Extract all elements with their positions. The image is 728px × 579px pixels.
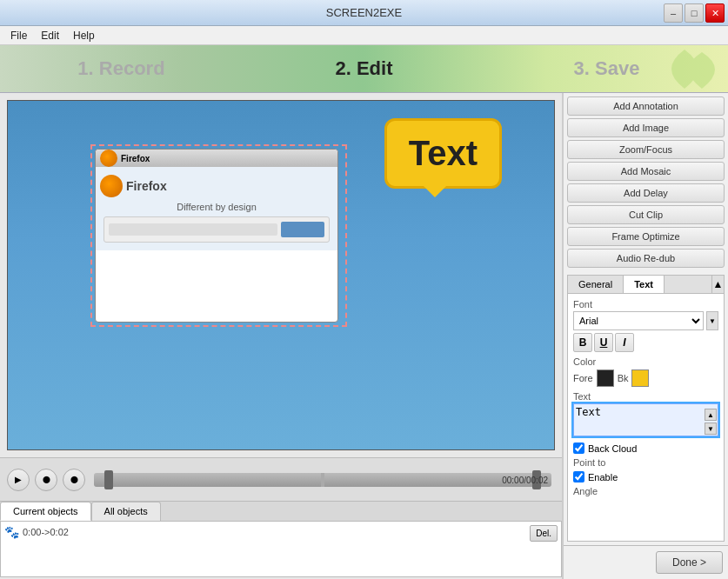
app-title: SCREEN2EXE: [326, 6, 402, 19]
bk-color-swatch[interactable]: [631, 369, 649, 387]
left-panel: Text Firefox Firefox Different by design: [0, 93, 563, 579]
browser-body: Firefox Different by design: [96, 167, 337, 250]
firefox-logo-icon: [100, 150, 117, 167]
font-select-row: Arial ▼: [573, 311, 718, 330]
timeline-track[interactable]: 00:00/00:02: [94, 473, 551, 487]
font-select[interactable]: Arial: [573, 311, 704, 330]
text-input[interactable]: Text: [573, 403, 718, 436]
text-bubble[interactable]: Text: [384, 118, 502, 189]
add-image-button[interactable]: Add Image: [567, 118, 725, 137]
enable-row: Enable: [573, 471, 718, 482]
action-buttons: Add Annotation Add Image Zoom/Focus Add …: [564, 93, 728, 271]
props-tabs: General Text ▲: [568, 276, 724, 294]
color-row: Color Fore Bk: [573, 356, 718, 387]
canvas-area: Text Firefox Firefox Different by design: [7, 100, 555, 450]
menu-help[interactable]: Help: [66, 28, 102, 43]
back-cloud-row: Back Cloud: [573, 443, 718, 454]
cut-clip-button[interactable]: Cut Clip: [567, 205, 725, 224]
step2-label[interactable]: 2. Edit: [243, 57, 485, 80]
object-tabs: Current objects All objects 🐾 0:00->0:02…: [0, 501, 562, 579]
font-row: Font Arial ▼ B U I: [573, 299, 718, 352]
enable-checkbox[interactable]: [573, 471, 584, 482]
window-controls: – □ ✕: [664, 3, 725, 23]
object-item: 🐾 0:00->0:02: [4, 525, 69, 539]
object-time-label: 0:00->0:02: [23, 527, 69, 537]
add-annotation-button[interactable]: Add Annotation: [567, 96, 725, 116]
timeline-area: ▶ ⬤ ⬤ 00:00/00:02: [0, 457, 562, 501]
step1-label[interactable]: 1. Record: [0, 57, 243, 80]
right-panel: Add Annotation Add Image Zoom/Focus Add …: [563, 93, 728, 579]
font-label: Font: [573, 299, 718, 309]
text-input-row: Text Text ▲ ▼: [573, 391, 718, 438]
titlebar: SCREEN2EXE – □ ✕: [0, 0, 728, 26]
maximize-button[interactable]: □: [685, 3, 704, 23]
enable-label: Enable: [588, 472, 618, 482]
color-row-inner: Fore Bk: [573, 369, 718, 387]
text-scroll-down[interactable]: ▼: [705, 423, 717, 435]
browser-titlebar: Firefox: [96, 150, 337, 167]
delete-button[interactable]: Del.: [530, 525, 558, 542]
object-icon: 🐾: [4, 525, 19, 539]
menubar: File Edit Help: [0, 26, 728, 45]
steps-header: 1. Record 2. Edit 3. Save: [0, 45, 728, 93]
frame-optimize-button[interactable]: Frame Optimize: [567, 227, 725, 246]
timeline-left-thumb[interactable]: [104, 470, 113, 489]
fore-color-swatch[interactable]: [597, 369, 614, 387]
props-content: Font Arial ▼ B U I Color: [568, 294, 724, 541]
firefox-label: Firefox: [126, 179, 167, 193]
italic-button[interactable]: I: [615, 333, 634, 352]
color-label: Color: [573, 356, 718, 367]
tab-content: 🐾 0:00->0:02 Del.: [0, 521, 562, 577]
point-to-label: Point to: [573, 457, 718, 468]
browser-window: Firefox Firefox Different by design: [95, 149, 338, 323]
end-marker-button[interactable]: ⬤: [63, 469, 85, 491]
done-area: Done >: [564, 545, 728, 579]
back-cloud-label: Back Cloud: [588, 443, 637, 454]
menu-edit[interactable]: Edit: [34, 28, 66, 43]
canvas-content: Text Firefox Firefox Different by design: [8, 101, 554, 449]
browser-title: Firefox: [121, 154, 150, 163]
add-mosaic-button[interactable]: Add Mosaic: [567, 162, 725, 181]
step3-label[interactable]: 3. Save: [485, 57, 728, 80]
angle-label: Angle: [573, 486, 718, 496]
browser-tagline: Different by design: [100, 202, 333, 212]
audio-redub-button[interactable]: Audio Re-dub: [567, 249, 725, 268]
underline-button[interactable]: U: [594, 333, 613, 352]
tabs-header: Current objects All objects: [0, 502, 562, 521]
font-style-buttons: B U I: [573, 333, 718, 352]
minimize-button[interactable]: –: [664, 3, 683, 23]
add-delay-button[interactable]: Add Delay: [567, 183, 725, 203]
text-scroll-up[interactable]: ▲: [705, 409, 717, 421]
props-panel: General Text ▲ Font Arial ▼ B: [567, 275, 725, 542]
tab-current-objects[interactable]: Current objects: [0, 502, 91, 521]
zoom-focus-button[interactable]: Zoom/Focus: [567, 140, 725, 159]
tab-text[interactable]: Text: [624, 276, 665, 293]
menu-file[interactable]: File: [3, 28, 34, 43]
start-marker-button[interactable]: ⬤: [35, 469, 57, 491]
text-scroll-arrows: ▲ ▼: [705, 409, 717, 436]
back-cloud-checkbox[interactable]: [573, 443, 584, 454]
tab-all-objects[interactable]: All objects: [91, 502, 161, 521]
bold-button[interactable]: B: [573, 333, 592, 352]
bk-label: Bk: [618, 373, 629, 383]
firefox-icon: [100, 175, 123, 197]
text-input-label: Text: [573, 391, 718, 402]
done-button[interactable]: Done >: [656, 551, 723, 574]
play-button[interactable]: ▶: [7, 469, 30, 491]
font-dropdown-arrow[interactable]: ▼: [706, 311, 718, 330]
tab-general[interactable]: General: [568, 276, 624, 293]
time-display: 00:00/00:02: [502, 476, 548, 485]
close-button[interactable]: ✕: [705, 3, 725, 23]
main-area: Text Firefox Firefox Different by design: [0, 93, 728, 579]
scroll-up-button[interactable]: ▲: [711, 276, 724, 293]
fore-label: Fore: [573, 373, 593, 383]
